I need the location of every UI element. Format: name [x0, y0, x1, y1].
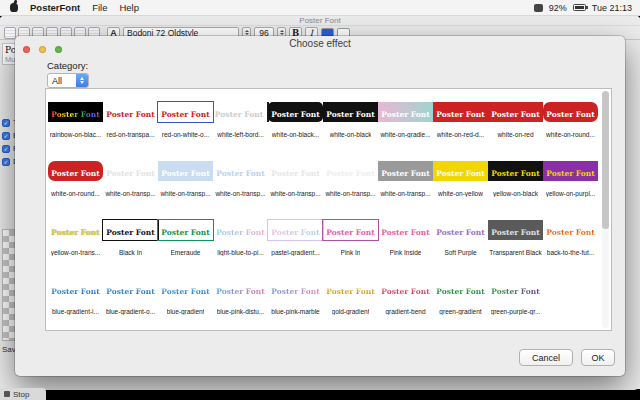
effect-item[interactable]: Poster FontSoft Purple [433, 209, 488, 268]
close-button[interactable] [23, 46, 30, 53]
effect-preview-box: Poster Font [268, 279, 322, 299]
effect-sample-text: Poster Font [381, 110, 429, 119]
effect-item[interactable]: Poster Fontwhite-on-transp... [268, 150, 323, 209]
effect-item[interactable]: Poster Fontyellow-on-trans... [48, 209, 103, 268]
zoom-button[interactable] [55, 46, 62, 53]
effect-preview-box: Poster Font [543, 161, 597, 181]
effect-item[interactable]: Poster Fontyellow-on-black [488, 150, 543, 209]
menu-clock[interactable]: Tue 21:13 [592, 3, 632, 13]
effect-item[interactable]: Poster Fontwhite-on-transp... [213, 150, 268, 209]
effect-preview: Poster Font [213, 272, 267, 306]
checkbox[interactable]: ✓ [2, 132, 10, 140]
ok-button[interactable]: OK [581, 349, 615, 366]
effect-label: pastel-gradient... [271, 249, 319, 256]
effect-item[interactable]: Poster Fontyellow-on-purpl... [543, 150, 598, 209]
effect-item[interactable]: Poster Fontwhite-on-transp... [378, 150, 433, 209]
effect-sample-text: Poster Font [326, 228, 374, 237]
menu-file[interactable]: File [92, 2, 107, 13]
effect-item[interactable]: Poster Fontpastel-gradient... [268, 209, 323, 268]
battery-icon[interactable] [573, 4, 586, 11]
effect-item[interactable]: Poster Fontwhite-on-transp... [103, 150, 158, 209]
effect-item[interactable]: Poster Fontrainbow-on-blac... [48, 91, 103, 150]
effect-sample-text: Poster Font [51, 287, 99, 296]
category-select[interactable]: All [47, 73, 89, 88]
effect-item[interactable]: Poster Fontlight-blue-to-pi... [213, 209, 268, 268]
effect-label: Soft Purple [444, 249, 476, 256]
effect-label: blue-gradient-o... [106, 308, 155, 315]
menu-bar-left: PosterFont File Help [0, 2, 151, 13]
effect-preview-box: Poster Font [267, 219, 323, 241]
vertical-scrollbar[interactable] [602, 91, 609, 328]
effect-label: white-on-red-d... [437, 131, 484, 138]
effect-preview: Poster Font [378, 213, 432, 247]
effect-item[interactable]: Poster Fontwhite-on-black... [268, 91, 323, 150]
effect-label: white-on-red [497, 131, 533, 138]
effect-preview-box: Poster Font [103, 102, 157, 122]
effect-item[interactable]: Poster Fontwhite-on-red [488, 91, 543, 150]
effect-sample-text: Poster Font [51, 228, 99, 237]
effect-sample-text: Poster Font [161, 169, 209, 178]
effect-item[interactable]: Poster Fontred-on-transpa... [103, 91, 158, 150]
checkbox[interactable]: ✓ [2, 158, 10, 166]
effect-item[interactable]: Poster Fontblue-pink-marble [268, 268, 323, 327]
checkbox[interactable]: ✓ [2, 145, 10, 153]
effect-label: white-on-transp... [215, 190, 265, 197]
effect-item[interactable]: Poster Fontblue-gradient-o... [103, 268, 158, 327]
effect-item[interactable]: Poster Fontgradient-bend [378, 268, 433, 327]
window-title-bar[interactable]: Poster Font [0, 16, 640, 26]
effect-item[interactable]: Poster Fontgreen-gradient [433, 268, 488, 327]
effect-item[interactable]: Poster FontEmeraude [158, 209, 213, 268]
effect-preview-box: Poster Font [378, 220, 432, 240]
effect-preview: Poster Font [212, 95, 269, 129]
effect-label: yellow-on-trans... [51, 249, 101, 256]
effect-item[interactable]: Poster Fontwhite-on-yellow [433, 150, 488, 209]
checkbox[interactable]: ✓ [2, 119, 10, 127]
effect-label: blue-gradient [167, 308, 205, 315]
effect-item[interactable]: Poster Fontwhite-on-round... [543, 91, 598, 150]
effect-preview-box: Poster Font [268, 102, 322, 122]
effect-item[interactable]: Poster Fontblue-pink-distu... [213, 268, 268, 327]
effect-label: back-to-the-fut... [547, 249, 594, 256]
effect-item[interactable]: Poster Fontgreen-purple-gr... [488, 268, 543, 327]
effect-sample-text: Poster Font [326, 110, 374, 119]
effect-item[interactable]: Poster Fontblue-gradient-i... [48, 268, 103, 327]
cancel-button[interactable]: Cancel [519, 349, 573, 366]
scrollbar-thumb[interactable] [602, 91, 609, 229]
effect-preview-box: Poster Font [433, 161, 487, 181]
effect-item[interactable]: Poster Fontwhite-on-black [323, 91, 378, 150]
effect-preview: Poster Font [488, 272, 542, 306]
effect-sample-text: Poster Font [546, 110, 594, 119]
effect-item[interactable]: Poster Fontwhite-on-red-d... [433, 91, 488, 150]
effect-preview: Poster Font [543, 213, 597, 247]
effect-item[interactable]: Poster Fontblue-gradient [158, 268, 213, 327]
minimize-button[interactable] [39, 46, 46, 53]
effect-sample-text: Poster Font [436, 110, 484, 119]
apple-menu-icon[interactable] [10, 3, 18, 12]
dialog-title: Choose effect [15, 38, 625, 49]
effect-sample-text: Poster Font [161, 228, 209, 237]
menu-bar-status: 92% Tue 21:13 [534, 3, 640, 13]
effect-item[interactable]: Poster Fontwhite-on-round... [48, 150, 103, 209]
effect-preview: Poster Font [48, 213, 102, 247]
effect-item[interactable]: Poster Fontback-to-the-fut... [543, 209, 598, 268]
stop-button[interactable]: Stop [13, 390, 29, 399]
new-document-icon[interactable] [4, 27, 16, 39]
effect-item[interactable]: Poster Fontwhite-on-transp... [158, 150, 213, 209]
effect-preview-box: Poster Font [213, 161, 267, 181]
menu-app-name[interactable]: PosterFont [30, 2, 80, 13]
effect-item[interactable]: Poster FontTransparent Black [488, 209, 543, 268]
effect-label: Pink Inside [390, 249, 422, 256]
menu-extra-icon[interactable] [534, 4, 543, 12]
effect-preview: Poster Font [48, 272, 102, 306]
effect-item[interactable]: Poster FontBlack In [103, 209, 158, 268]
effect-preview: Poster Font [157, 95, 213, 129]
effect-item[interactable]: Poster Fontwhite-left-bord... [213, 91, 268, 150]
effect-item[interactable]: Poster Fontgold-gradient [323, 268, 378, 327]
effect-label: yellow-on-purpl... [546, 190, 596, 197]
effect-item[interactable]: Poster Fontred-on-white-o... [158, 91, 213, 150]
effect-item[interactable]: Poster FontPink In [323, 209, 378, 268]
effect-item[interactable]: Poster Fontwhite-on-transp... [323, 150, 378, 209]
menu-help[interactable]: Help [119, 2, 139, 13]
effect-item[interactable]: Poster Fontwhite-on-gradie... [378, 91, 433, 150]
effect-item[interactable]: Poster FontPink Inside [378, 209, 433, 268]
